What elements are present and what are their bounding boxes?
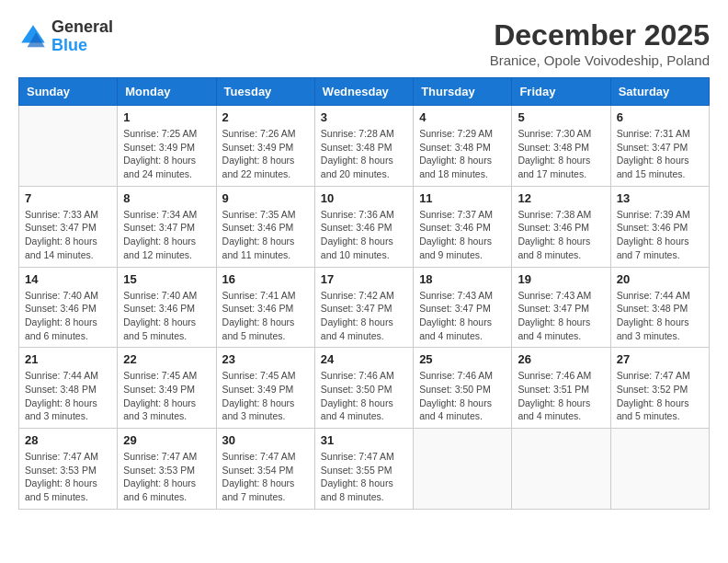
- day-number: 17: [321, 272, 407, 286]
- calendar-cell: 18Sunrise: 7:43 AM Sunset: 3:47 PM Dayli…: [414, 267, 512, 348]
- calendar-cell: 29Sunrise: 7:47 AM Sunset: 3:53 PM Dayli…: [118, 429, 216, 510]
- calendar-cell: 19Sunrise: 7:43 AM Sunset: 3:47 PM Dayli…: [512, 267, 610, 348]
- day-info: Sunrise: 7:47 AM Sunset: 3:52 PM Dayligh…: [617, 369, 703, 423]
- weekday-header: Friday: [512, 78, 610, 106]
- calendar-cell: 12Sunrise: 7:38 AM Sunset: 3:46 PM Dayli…: [512, 186, 610, 267]
- calendar-cell: [414, 429, 512, 510]
- weekday-header: Monday: [118, 78, 216, 106]
- day-number: 30: [222, 433, 309, 447]
- weekday-header: Sunday: [19, 78, 118, 106]
- page-header: General Blue December 2025 Branice, Opol…: [18, 18, 710, 68]
- day-number: 24: [321, 352, 407, 366]
- weekday-header: Wednesday: [314, 78, 413, 106]
- logo-icon: [18, 22, 48, 52]
- calendar-cell: 22Sunrise: 7:45 AM Sunset: 3:49 PM Dayli…: [118, 348, 216, 429]
- day-info: Sunrise: 7:47 AM Sunset: 3:54 PM Dayligh…: [222, 450, 309, 504]
- day-info: Sunrise: 7:45 AM Sunset: 3:49 PM Dayligh…: [123, 369, 210, 423]
- calendar-cell: 25Sunrise: 7:46 AM Sunset: 3:50 PM Dayli…: [414, 348, 512, 429]
- day-info: Sunrise: 7:44 AM Sunset: 3:48 PM Dayligh…: [25, 369, 111, 423]
- calendar-cell: 8Sunrise: 7:34 AM Sunset: 3:47 PM Daylig…: [118, 186, 216, 267]
- day-info: Sunrise: 7:31 AM Sunset: 3:47 PM Dayligh…: [617, 127, 703, 181]
- day-number: 21: [25, 352, 111, 366]
- calendar-cell: 26Sunrise: 7:46 AM Sunset: 3:51 PM Dayli…: [512, 348, 610, 429]
- calendar-cell: [512, 429, 610, 510]
- day-number: 29: [123, 433, 210, 447]
- day-info: Sunrise: 7:47 AM Sunset: 3:55 PM Dayligh…: [321, 450, 407, 504]
- weekday-header: Tuesday: [216, 78, 314, 106]
- calendar-cell: 5Sunrise: 7:30 AM Sunset: 3:48 PM Daylig…: [512, 106, 610, 187]
- day-number: 2: [222, 110, 309, 124]
- calendar-cell: 15Sunrise: 7:40 AM Sunset: 3:46 PM Dayli…: [118, 267, 216, 348]
- calendar-cell: 11Sunrise: 7:37 AM Sunset: 3:46 PM Dayli…: [414, 186, 512, 267]
- calendar-cell: [19, 106, 118, 187]
- day-number: 5: [518, 110, 604, 124]
- day-number: 28: [25, 433, 111, 447]
- day-info: Sunrise: 7:41 AM Sunset: 3:46 PM Dayligh…: [222, 289, 309, 343]
- day-info: Sunrise: 7:34 AM Sunset: 3:47 PM Dayligh…: [123, 208, 210, 262]
- calendar-cell: 20Sunrise: 7:44 AM Sunset: 3:48 PM Dayli…: [610, 267, 709, 348]
- day-info: Sunrise: 7:40 AM Sunset: 3:46 PM Dayligh…: [25, 289, 111, 343]
- day-info: Sunrise: 7:45 AM Sunset: 3:49 PM Dayligh…: [222, 369, 309, 423]
- day-info: Sunrise: 7:30 AM Sunset: 3:48 PM Dayligh…: [518, 127, 604, 181]
- day-info: Sunrise: 7:46 AM Sunset: 3:51 PM Dayligh…: [518, 369, 604, 423]
- calendar-cell: 13Sunrise: 7:39 AM Sunset: 3:46 PM Dayli…: [610, 186, 709, 267]
- day-number: 20: [617, 272, 703, 286]
- calendar-week-row: 21Sunrise: 7:44 AM Sunset: 3:48 PM Dayli…: [19, 348, 710, 429]
- day-number: 16: [222, 272, 309, 286]
- day-info: Sunrise: 7:25 AM Sunset: 3:49 PM Dayligh…: [123, 127, 210, 181]
- day-number: 11: [419, 191, 506, 205]
- calendar-cell: 21Sunrise: 7:44 AM Sunset: 3:48 PM Dayli…: [19, 348, 118, 429]
- calendar-cell: 30Sunrise: 7:47 AM Sunset: 3:54 PM Dayli…: [216, 429, 314, 510]
- calendar-cell: 27Sunrise: 7:47 AM Sunset: 3:52 PM Dayli…: [610, 348, 709, 429]
- day-number: 22: [123, 352, 210, 366]
- logo: General Blue: [18, 18, 113, 55]
- day-number: 4: [419, 110, 506, 124]
- day-info: Sunrise: 7:47 AM Sunset: 3:53 PM Dayligh…: [25, 450, 111, 504]
- day-info: Sunrise: 7:38 AM Sunset: 3:46 PM Dayligh…: [518, 208, 604, 262]
- day-info: Sunrise: 7:44 AM Sunset: 3:48 PM Dayligh…: [617, 289, 703, 343]
- day-info: Sunrise: 7:47 AM Sunset: 3:53 PM Dayligh…: [123, 450, 210, 504]
- location-subtitle: Branice, Opole Voivodeship, Poland: [490, 52, 710, 68]
- weekday-header: Saturday: [610, 78, 709, 106]
- day-number: 10: [321, 191, 407, 205]
- day-info: Sunrise: 7:36 AM Sunset: 3:46 PM Dayligh…: [321, 208, 407, 262]
- month-title: December 2025: [490, 18, 710, 52]
- day-number: 7: [25, 191, 111, 205]
- calendar-cell: 9Sunrise: 7:35 AM Sunset: 3:46 PM Daylig…: [216, 186, 314, 267]
- logo-text: General Blue: [51, 18, 113, 55]
- day-number: 23: [222, 352, 309, 366]
- day-number: 12: [518, 191, 604, 205]
- weekday-header: Thursday: [414, 78, 512, 106]
- day-number: 6: [617, 110, 703, 124]
- title-block: December 2025 Branice, Opole Voivodeship…: [490, 18, 710, 68]
- calendar-week-row: 7Sunrise: 7:33 AM Sunset: 3:47 PM Daylig…: [19, 186, 710, 267]
- calendar-cell: 6Sunrise: 7:31 AM Sunset: 3:47 PM Daylig…: [610, 106, 709, 187]
- day-number: 18: [419, 272, 506, 286]
- calendar-week-row: 1Sunrise: 7:25 AM Sunset: 3:49 PM Daylig…: [19, 106, 710, 187]
- calendar-cell: 24Sunrise: 7:46 AM Sunset: 3:50 PM Dayli…: [314, 348, 413, 429]
- calendar-week-row: 14Sunrise: 7:40 AM Sunset: 3:46 PM Dayli…: [19, 267, 710, 348]
- day-info: Sunrise: 7:42 AM Sunset: 3:47 PM Dayligh…: [321, 289, 407, 343]
- calendar-cell: 23Sunrise: 7:45 AM Sunset: 3:49 PM Dayli…: [216, 348, 314, 429]
- day-info: Sunrise: 7:28 AM Sunset: 3:48 PM Dayligh…: [321, 127, 407, 181]
- calendar-cell: 28Sunrise: 7:47 AM Sunset: 3:53 PM Dayli…: [19, 429, 118, 510]
- calendar-cell: 17Sunrise: 7:42 AM Sunset: 3:47 PM Dayli…: [314, 267, 413, 348]
- calendar-table: SundayMondayTuesdayWednesdayThursdayFrid…: [18, 77, 710, 510]
- day-info: Sunrise: 7:43 AM Sunset: 3:47 PM Dayligh…: [419, 289, 506, 343]
- calendar-cell: [610, 429, 709, 510]
- calendar-cell: 7Sunrise: 7:33 AM Sunset: 3:47 PM Daylig…: [19, 186, 118, 267]
- day-number: 19: [518, 272, 604, 286]
- day-info: Sunrise: 7:46 AM Sunset: 3:50 PM Dayligh…: [321, 369, 407, 423]
- day-info: Sunrise: 7:43 AM Sunset: 3:47 PM Dayligh…: [518, 289, 604, 343]
- calendar-cell: 2Sunrise: 7:26 AM Sunset: 3:49 PM Daylig…: [216, 106, 314, 187]
- day-number: 31: [321, 433, 407, 447]
- calendar-cell: 4Sunrise: 7:29 AM Sunset: 3:48 PM Daylig…: [414, 106, 512, 187]
- day-number: 14: [25, 272, 111, 286]
- calendar-cell: 10Sunrise: 7:36 AM Sunset: 3:46 PM Dayli…: [314, 186, 413, 267]
- calendar-cell: 3Sunrise: 7:28 AM Sunset: 3:48 PM Daylig…: [314, 106, 413, 187]
- day-number: 3: [321, 110, 407, 124]
- day-number: 13: [617, 191, 703, 205]
- calendar-cell: 31Sunrise: 7:47 AM Sunset: 3:55 PM Dayli…: [314, 429, 413, 510]
- day-number: 8: [123, 191, 210, 205]
- day-info: Sunrise: 7:37 AM Sunset: 3:46 PM Dayligh…: [419, 208, 506, 262]
